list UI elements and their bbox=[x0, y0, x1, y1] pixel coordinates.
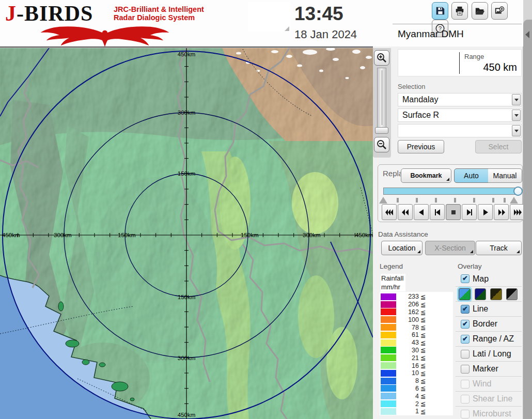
divider bbox=[393, 24, 522, 24]
location-label: Location bbox=[388, 244, 416, 252]
forward-fast-button[interactable] bbox=[494, 204, 509, 220]
overlay-item-range-az[interactable]: ✔Range / AZ bbox=[456, 331, 522, 346]
legend-row: 61≦ bbox=[380, 331, 453, 339]
map-style-swatch-1[interactable] bbox=[459, 288, 471, 300]
checkbox bbox=[461, 380, 470, 389]
track-label: Track bbox=[490, 244, 507, 252]
snapshot-button[interactable] bbox=[491, 2, 508, 20]
auto-button[interactable]: Auto bbox=[454, 168, 489, 183]
legend-row: 8≦ bbox=[380, 377, 453, 385]
overlay-item-lati-long[interactable]: Lati / Long bbox=[456, 346, 522, 361]
overlay-label: Border bbox=[473, 319, 497, 329]
checkbox[interactable]: ✔ bbox=[461, 274, 470, 283]
map-style-swatch-4[interactable] bbox=[506, 288, 518, 300]
zoom-slider-groove bbox=[382, 70, 382, 125]
location-button[interactable]: Location bbox=[381, 241, 423, 255]
legend-color-swatch bbox=[381, 308, 396, 315]
forward-fastest-button[interactable] bbox=[510, 204, 525, 220]
dropdown-button[interactable] bbox=[512, 125, 521, 136]
legend-value: 78 bbox=[396, 324, 419, 331]
chevron-down-icon bbox=[514, 130, 519, 132]
map-style-swatch-2[interactable] bbox=[475, 288, 487, 300]
popup-corner-icon bbox=[417, 250, 420, 253]
checkbox bbox=[461, 395, 470, 404]
xsection-button[interactable]: X-Section bbox=[425, 241, 475, 255]
legend-color-swatch bbox=[381, 324, 396, 331]
track-button[interactable]: Track bbox=[476, 241, 522, 255]
open-folder-button[interactable] bbox=[472, 2, 488, 20]
checkbox[interactable]: ✔ bbox=[461, 305, 470, 314]
slider-thumb[interactable] bbox=[513, 187, 523, 196]
zoom-slider-track[interactable] bbox=[377, 68, 386, 128]
legend-lte-symbol: ≦ bbox=[420, 392, 426, 400]
step-forward-button[interactable] bbox=[462, 204, 477, 220]
app-logo: J-BIRDS JRC-Brilliant & Intelligent Rada… bbox=[4, 1, 211, 45]
overlay-label: Lati / Long bbox=[473, 349, 511, 359]
legend-lte-symbol: ≦ bbox=[420, 346, 426, 354]
map-style-swatch-3[interactable] bbox=[490, 288, 502, 300]
play-button[interactable] bbox=[478, 204, 493, 220]
panel-collapse-strip[interactable] bbox=[523, 20, 532, 419]
overlay-label: Shear Line bbox=[473, 394, 512, 404]
map-zoom-control bbox=[373, 48, 391, 158]
logo-subtitle: JRC-Brilliant & Intelligent Radar Dialog… bbox=[114, 5, 204, 22]
data-assistance-label: Data Assistance bbox=[378, 230, 428, 238]
range-ring-label: 300km bbox=[178, 355, 196, 361]
legend-value: 21 bbox=[396, 354, 419, 362]
overlay-item-map[interactable]: ✔Map bbox=[456, 271, 522, 286]
range-label: Range bbox=[464, 53, 484, 60]
dropdown-button[interactable] bbox=[512, 94, 521, 105]
clock-date: 18 Jan 2024 bbox=[294, 28, 357, 41]
legend-row: 2≦ bbox=[380, 400, 453, 408]
legend-value: 233 bbox=[396, 293, 419, 300]
radar-map-display[interactable]: 450km300km150km150km300km450km450km300km… bbox=[0, 48, 373, 419]
previous-button[interactable]: Previous bbox=[398, 140, 444, 153]
legend-color-swatch bbox=[381, 370, 396, 377]
legend-color-swatch bbox=[381, 316, 396, 323]
play-backward-button[interactable] bbox=[414, 204, 429, 220]
product-dropdown[interactable]: Surface R bbox=[398, 108, 522, 122]
overlay-item-wind: Wind bbox=[456, 376, 522, 391]
legend-lte-symbol: ≦ bbox=[420, 369, 426, 377]
overlay-label: Marker bbox=[473, 364, 498, 374]
rewind-fastest-button[interactable] bbox=[382, 204, 397, 220]
overlay-item-marker[interactable]: Marker bbox=[456, 361, 522, 376]
overlay-item-border[interactable]: ✔Border bbox=[456, 316, 522, 331]
overlay-item-shear-line: Shear Line bbox=[456, 391, 522, 406]
site-dropdown[interactable]: Mandalay bbox=[398, 93, 522, 106]
checkbox[interactable] bbox=[461, 365, 470, 374]
save-button[interactable] bbox=[432, 2, 448, 20]
legend-value: 2 bbox=[396, 400, 419, 408]
legend-value: 43 bbox=[396, 339, 419, 346]
checkbox[interactable]: ✔ bbox=[461, 320, 470, 329]
zoom-slider-thumb[interactable] bbox=[375, 127, 388, 134]
bookmark-button[interactable]: Bookmark bbox=[401, 168, 451, 183]
legend-row: 206≦ bbox=[380, 301, 453, 308]
popup-corner-icon bbox=[517, 250, 520, 253]
zoom-out-button[interactable] bbox=[374, 137, 389, 152]
slider-start-marker[interactable] bbox=[379, 197, 387, 204]
legend-value: 4 bbox=[396, 393, 419, 400]
legend-lte-symbol: ≦ bbox=[420, 400, 426, 408]
step-back-button[interactable] bbox=[430, 204, 445, 220]
slider-end-marker[interactable] bbox=[510, 197, 518, 204]
zoom-in-button[interactable] bbox=[374, 50, 389, 66]
rewind-fast-button[interactable] bbox=[398, 204, 413, 220]
xsection-label: X-Section bbox=[434, 244, 466, 252]
dropdown-button[interactable] bbox=[512, 110, 521, 121]
legend-row: 4≦ bbox=[380, 392, 453, 400]
checkbox[interactable] bbox=[461, 350, 470, 359]
legend-color-swatch bbox=[381, 301, 396, 308]
print-button[interactable] bbox=[451, 2, 468, 20]
legend-row: 30≦ bbox=[380, 347, 453, 354]
stop-button[interactable] bbox=[446, 204, 461, 220]
option-dropdown[interactable] bbox=[398, 124, 522, 137]
manual-button[interactable]: Manual bbox=[488, 168, 522, 183]
checkbox[interactable]: ✔ bbox=[461, 335, 470, 344]
overlay-item-line[interactable]: ✔Line bbox=[456, 301, 522, 316]
control-panel: ? Myanmar DMH Range 450 km Selection Man… bbox=[373, 0, 523, 419]
resize-grip[interactable] bbox=[285, 26, 289, 31]
replay-slider[interactable] bbox=[383, 188, 519, 195]
rainfall-legend: 233≦206≦162≦100≦78≦61≦43≦30≦21≦16≦10≦8≦6… bbox=[380, 292, 453, 415]
bookmark-label: Bookmark bbox=[410, 172, 442, 179]
